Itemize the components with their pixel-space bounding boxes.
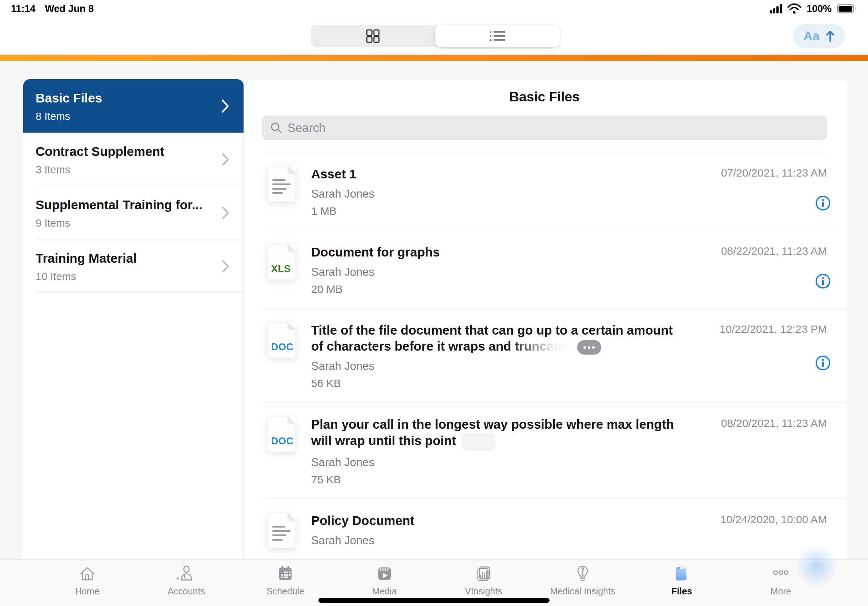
cellular-signal-icon [770,4,782,14]
sidebar-item-contract-supplement[interactable]: Contract Supplement 3 Items [23,133,243,186]
truncation-ellipsis-button[interactable] [577,340,601,355]
text-resize-button[interactable]: Aa [793,24,845,48]
info-icon [815,273,831,289]
toolbar: Aa [0,17,868,54]
info-icon [815,195,831,211]
file-author: Sarah Jones [311,456,687,469]
file-title: Asset 1 [311,166,374,182]
file-date: 10/24/2020, 10:00 AM [720,513,827,526]
info-button[interactable] [815,355,831,371]
tab-label: VInsights [465,586,502,597]
search-icon [270,122,282,134]
home-icon [78,563,97,584]
folder-sidebar: Basic Files 8 Items Contract Supplement … [23,79,243,606]
status-bar: 11:14 Wed Jun 8 100% [0,0,868,17]
file-author: Sarah Jones [311,534,414,547]
file-author: Sarah Jones [311,266,440,279]
brand-gradient-bar [0,54,868,61]
file-date: 10/22/2021, 12:23 PM [720,323,827,335]
folder-count: 10 Items [36,271,211,283]
tab-medical-insights[interactable]: Medical Insights [541,563,625,606]
vinsights-icon [474,563,493,584]
accounts-icon [177,563,196,584]
file-size: 1 MB [311,205,374,217]
sidebar-item-training-material[interactable]: Training Material 10 Items [23,240,243,293]
file-type-badge: DOC [271,436,294,447]
xls-file-icon: XLS [268,244,296,280]
tab-files[interactable]: Files [640,563,723,606]
grid-icon [366,29,380,43]
folder-name: Contract Supplement [36,144,211,159]
document-icon [268,513,296,548]
folder-name: Supplemental Training for... [36,197,211,213]
tab-label: Media [372,586,397,597]
sidebar-item-supplemental-training[interactable]: Supplemental Training for... 9 Items [23,186,243,240]
file-size: 20 MB [311,283,440,295]
status-time: 11:14 [11,3,36,14]
file-title: Plan your call in the longest way possib… [311,416,687,451]
folder-name: Basic Files [36,90,211,106]
file-list-panel: Basic Files Asset 1 Sarah Jones 1 MB 0 [243,79,847,606]
tab-label: More [770,586,791,597]
folder-count: 3 Items [36,164,211,176]
doc-file-icon: DOC [268,416,296,452]
more-icon [771,563,790,584]
schedule-icon [276,563,295,584]
chevron-right-icon [222,260,230,273]
file-size: 56 KB [311,377,687,390]
tab-accounts[interactable]: Accounts [145,563,228,606]
tab-label: Files [671,586,692,597]
file-author: Sarah Jones [311,187,374,201]
file-type-badge: DOC [271,342,294,353]
doc-file-icon: DOC [268,322,296,358]
sidebar-item-basic-files[interactable]: Basic Files 8 Items [23,79,243,133]
file-row[interactable]: Policy Document Sarah Jones 10/24/2020, … [244,499,847,561]
file-size: 75 KB [311,473,687,486]
file-title: Document for graphs [311,244,440,260]
file-row[interactable]: DOC Title of the file document that can … [244,308,847,403]
arrow-up-icon [826,30,835,42]
list-view-button[interactable] [436,25,560,47]
file-type-badge: XLS [271,263,291,275]
tab-schedule[interactable]: Schedule [243,563,327,606]
folder-name: Training Material [36,250,211,266]
file-row[interactable]: DOC Plan your call in the longest way po… [244,402,847,499]
home-indicator[interactable] [318,598,550,603]
files-icon [672,563,691,584]
file-date: 07/20/2021, 11:23 AM [721,167,827,179]
info-button[interactable] [815,195,831,211]
file-date: 08/20/2021, 11:23 AM [721,417,827,430]
tab-label: Home [75,586,99,597]
battery-percent: 100% [807,3,832,14]
document-icon [268,166,296,202]
media-icon [375,563,394,584]
view-toggle [311,25,560,47]
chevron-right-icon [222,206,230,220]
pointer-highlight [795,544,838,588]
medical-insights-icon [573,563,592,584]
search-input[interactable] [288,121,819,135]
folder-count: 9 Items [36,217,211,229]
battery-icon [837,3,858,14]
file-title: Title of the file document that can go u… [311,322,687,355]
file-row[interactable]: XLS Document for graphs Sarah Jones 20 M… [244,230,847,308]
ellipsis-ghost [462,433,495,451]
page-title: Basic Files [262,90,827,105]
chevron-right-icon [222,153,230,166]
file-row[interactable]: Asset 1 Sarah Jones 1 MB 07/20/2021, 11:… [244,152,847,230]
info-button[interactable] [815,273,831,289]
folder-count: 8 Items [36,110,211,122]
wifi-icon [787,3,801,14]
text-resize-label: Aa [803,29,820,43]
status-date: Wed Jun 8 [45,3,94,14]
file-title: Policy Document [311,513,414,529]
tab-label: Accounts [167,586,205,597]
info-icon [815,355,831,371]
tab-label: Medical Insights [550,586,615,597]
search-bar[interactable] [262,116,827,140]
file-author: Sarah Jones [311,360,687,373]
chevron-right-icon [221,99,230,114]
file-date: 08/22/2021, 11:23 AM [721,245,827,257]
tab-home[interactable]: Home [45,563,129,606]
grid-view-button[interactable] [311,25,436,47]
